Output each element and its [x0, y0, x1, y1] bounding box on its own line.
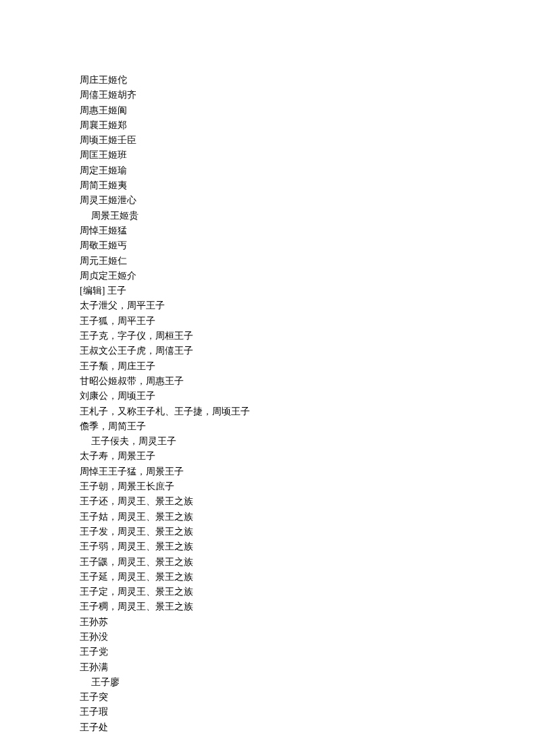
- text-line: 周悼王王子猛，周景王子: [80, 464, 458, 479]
- text-line: 儋季，周简王子: [80, 419, 458, 434]
- text-line: 王子鼷，周灵王、景王之族: [80, 555, 458, 570]
- text-line: 王子还，周灵王、景王之族: [80, 494, 458, 509]
- text-line: 王子佞夫，周灵王子: [80, 434, 458, 449]
- text-line: 周襄王姬郑: [80, 118, 458, 133]
- document-page: 周庄王姬佗周僖王姬胡齐周惠王姬阆周襄王姬郑周顷王姬壬臣周匡王姬班周定王姬瑜周简王…: [0, 0, 458, 735]
- text-line: 王子狐，周平王子: [80, 314, 458, 329]
- text-line: 周僖王姬胡齐: [80, 88, 458, 103]
- text-line: 王孙苏: [80, 615, 458, 630]
- text-line: 周惠王姬阆: [80, 103, 458, 118]
- text-line: 周贞定王姬介: [80, 269, 458, 284]
- text-line: 周景王姬贵: [80, 209, 458, 223]
- text-line: 周顷王姬壬臣: [80, 133, 458, 148]
- text-line: 王孙没: [80, 630, 458, 645]
- text-line: 王子朝，周景王长庶子: [80, 479, 458, 494]
- text-line: 王子弱，周灵王、景王之族: [80, 539, 458, 554]
- text-line: 周元王姬仁: [80, 254, 458, 269]
- text-line: 周灵王姬泄心: [80, 193, 458, 208]
- text-line: 太子泄父，周平王子: [80, 298, 458, 313]
- text-line: 王札子，又称王子札、王子捷，周顷王子: [80, 404, 458, 419]
- text-line: 王子定，周灵王、景王之族: [80, 585, 458, 599]
- text-line: 周悼王姬猛: [80, 223, 458, 238]
- text-line: 王子克，字子仪，周桓王子: [80, 329, 458, 344]
- text-line: [编辑] 王子: [80, 284, 458, 298]
- text-line: 王子稠，周灵王、景王之族: [80, 599, 458, 614]
- text-line: 王叔文公王子虎，周僖王子: [80, 344, 458, 358]
- text-line: 王子瑕: [80, 705, 458, 720]
- text-line: 周敬王姬丐: [80, 238, 458, 253]
- text-line: 王子姑，周灵王、景王之族: [80, 510, 458, 524]
- text-line: 王子颓，周庄王子: [80, 359, 458, 374]
- text-line: 王孙满: [80, 660, 458, 675]
- text-line: 王子延，周灵王、景王之族: [80, 570, 458, 585]
- text-line: 王子廖: [80, 675, 458, 690]
- text-line: 刘康公，周顷王子: [80, 389, 458, 404]
- text-line: 周匡王姬班: [80, 148, 458, 163]
- text-line: 王子处: [80, 720, 458, 735]
- text-line: 王子发，周灵王、景王之族: [80, 524, 458, 539]
- text-line: 周庄王姬佗: [80, 73, 458, 88]
- text-line: 甘昭公姬叔带，周惠王子: [80, 374, 458, 389]
- text-line: 王子党: [80, 645, 458, 659]
- text-line: 周定王姬瑜: [80, 163, 458, 178]
- text-line: 太子寿，周景王子: [80, 449, 458, 464]
- text-line: 王子突: [80, 690, 458, 705]
- text-line: 周简王姬夷: [80, 178, 458, 193]
